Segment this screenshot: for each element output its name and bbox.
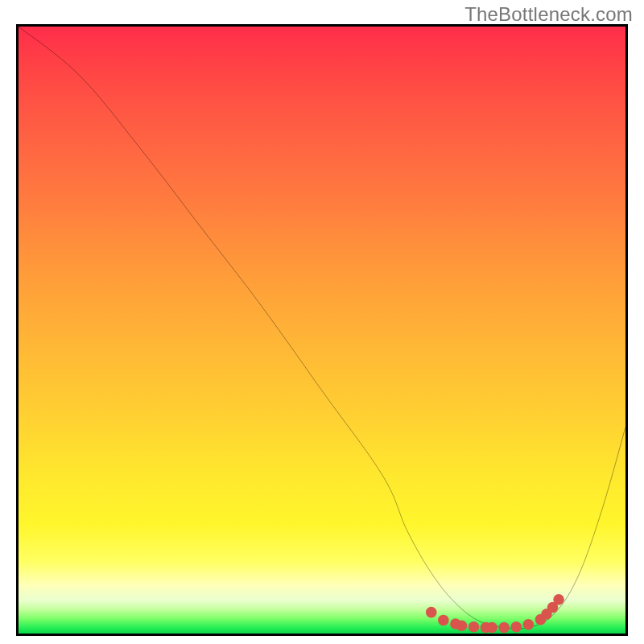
optimal-marker-dot (510, 621, 522, 633)
optimal-range-markers (426, 594, 564, 633)
optimal-marker-dot (426, 607, 437, 618)
bottleneck-curve (19, 27, 625, 629)
optimal-marker-dot (469, 621, 480, 633)
optimal-marker-dot (553, 594, 564, 605)
watermark-text: TheBottleneck.com (464, 3, 633, 26)
plot-box (16, 24, 628, 636)
optimal-marker-dot (498, 622, 510, 634)
curve-layer (19, 27, 625, 634)
chart-stage: TheBottleneck.com (0, 0, 644, 644)
optimal-marker-dot (486, 622, 497, 634)
bottleneck-curve-path (19, 27, 625, 629)
optimal-marker-dot (456, 620, 468, 631)
optimal-marker-dot (438, 615, 449, 626)
optimal-marker-dot (523, 619, 535, 630)
